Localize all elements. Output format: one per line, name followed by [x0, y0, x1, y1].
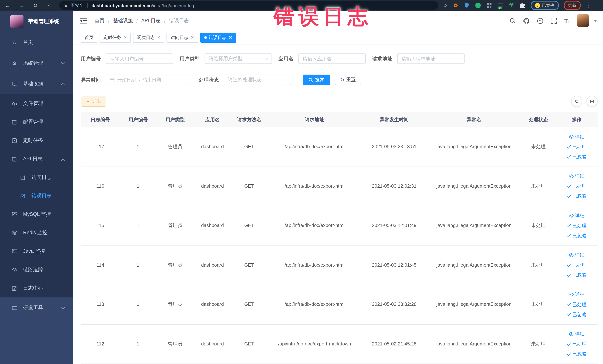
action-detail-link[interactable]: 详细: [569, 172, 584, 181]
check-icon: [567, 303, 571, 306]
browser-home-icon[interactable]: ⌂: [46, 2, 53, 8]
ext-sprout-icon[interactable]: [508, 2, 514, 8]
cell-id: 116: [81, 183, 120, 190]
breadcrumb-infra[interactable]: 基础设施: [113, 17, 133, 24]
browser-forward-icon[interactable]: →: [18, 2, 25, 8]
cell-status: 未处理: [521, 341, 556, 348]
action-detail-link[interactable]: 详细: [569, 211, 584, 220]
sidebar-item-trace[interactable]: 链路追踪: [0, 260, 73, 279]
browser-reload-icon[interactable]: ↻: [32, 2, 39, 8]
tab-dispatch-log[interactable]: 调度日志✕: [133, 33, 164, 42]
sidebar-item-config-manage[interactable]: 配置管理: [0, 113, 73, 131]
tab-error-log[interactable]: 错误日志✕: [200, 33, 236, 42]
bookmark-star-icon[interactable]: ☆: [443, 2, 447, 8]
sidebar-item-home[interactable]: ⌂ 首页: [0, 32, 73, 53]
close-icon[interactable]: ✕: [229, 35, 232, 40]
close-icon[interactable]: ✕: [191, 35, 194, 40]
action-processed-link[interactable]: 已处理: [567, 300, 587, 309]
extension-paused-badge[interactable]: 已暂停: [531, 1, 558, 10]
action-ignored-link[interactable]: 已忽略: [567, 270, 587, 280]
column-header-url: 请求地址: [268, 117, 361, 123]
sidebar-item-dev-tools[interactable]: 研发工具: [0, 297, 73, 318]
mysql-icon: [12, 211, 17, 217]
app-logo[interactable]: 芋道管理系统: [0, 11, 73, 32]
user-menu-caret-icon[interactable]: [594, 20, 597, 22]
ext-blue-shield-icon[interactable]: [464, 2, 470, 8]
sidebar-item-error-log[interactable]: 错误日志: [0, 187, 73, 205]
help-icon[interactable]: ?: [537, 17, 544, 24]
request-url-input[interactable]: [397, 53, 464, 64]
menu-label: 日志中心: [23, 285, 43, 292]
sidebar-collapse-icon[interactable]: [80, 18, 87, 23]
process-status-select[interactable]: 请选择处理状态: [224, 75, 291, 85]
tab-home[interactable]: 首页: [81, 33, 97, 42]
sidebar-item-system[interactable]: ⚙ 系统管理: [0, 53, 73, 73]
reset-button[interactable]: ↻ 重置: [335, 75, 361, 85]
close-icon[interactable]: ✕: [123, 35, 127, 40]
logo-image: [10, 15, 23, 28]
update-label: 更新: [568, 2, 577, 8]
refresh-table-button[interactable]: ↻: [571, 96, 582, 107]
sidebar-item-file-manage[interactable]: 文件管理: [0, 94, 73, 113]
github-icon[interactable]: [523, 17, 530, 24]
user-id-input[interactable]: [106, 53, 173, 64]
action-processed-link[interactable]: 已处理: [567, 221, 587, 230]
column-header-user_id: 用户编号: [120, 117, 156, 123]
action-detail-link[interactable]: 详细: [569, 329, 584, 339]
action-label: 已处理: [572, 182, 587, 191]
action-ignored-link[interactable]: 已忽略: [567, 192, 587, 201]
sidebar-item-redis-monitor[interactable]: Redis 监控: [0, 223, 73, 242]
sidebar-item-api-log[interactable]: API 日志: [0, 150, 73, 168]
action-detail-link[interactable]: 详细: [569, 290, 584, 299]
user-avatar[interactable]: [577, 14, 589, 27]
browser-update-button[interactable]: 更新: [564, 1, 580, 10]
app-name-input[interactable]: [299, 53, 366, 64]
sidebar-bottom-section: 研发工具: [0, 297, 73, 364]
action-label: 已处理: [572, 339, 587, 349]
action-ignored-link[interactable]: 已忽略: [567, 310, 587, 319]
browser-back-icon[interactable]: ←: [4, 2, 12, 8]
browser-menu-icon[interactable]: ⋮: [586, 2, 591, 8]
column-settings-button[interactable]: ⊞: [587, 96, 598, 107]
search-button[interactable]: 搜索: [303, 75, 330, 85]
action-ignored-link[interactable]: 已忽略: [567, 349, 587, 359]
ext-green-y-icon[interactable]: [475, 2, 481, 8]
sidebar-item-access-log[interactable]: 访问日志: [0, 168, 73, 187]
ext-orange-ring-icon[interactable]: [452, 2, 459, 8]
eye-icon: [569, 253, 574, 257]
action-processed-link[interactable]: 已处理: [567, 260, 587, 270]
search-icon[interactable]: [510, 18, 516, 24]
exception-time-range-picker[interactable]: 开始日期 - 结束日期: [106, 75, 192, 85]
sidebar-item-mysql-monitor[interactable]: MySQL 监控: [0, 205, 73, 224]
action-detail-link[interactable]: 详细: [569, 132, 584, 141]
sidebar-item-java-monitor[interactable]: Java 监控: [0, 242, 73, 260]
sidebar-item-scheduled-job[interactable]: 定时任务: [0, 131, 73, 150]
font-size-icon[interactable]: TT: [564, 18, 570, 23]
cell-url: /api/infra/db-doc/export-html: [268, 143, 361, 151]
export-button[interactable]: 导出: [81, 96, 106, 106]
ext-puzzle-icon[interactable]: [519, 2, 525, 8]
action-detail-link[interactable]: 详细: [569, 250, 584, 260]
action-ignored-link[interactable]: 已忽略: [567, 231, 587, 240]
ext-grid-icon[interactable]: [486, 2, 492, 8]
action-ignored-link[interactable]: 已忽略: [567, 152, 587, 162]
action-processed-link[interactable]: 已处理: [567, 142, 587, 152]
close-icon[interactable]: ✕: [157, 35, 161, 40]
breadcrumb-separator: /: [136, 18, 138, 23]
action-processed-link[interactable]: 已处理: [567, 182, 587, 191]
breadcrumb-api-log[interactable]: API 日志: [141, 17, 161, 24]
infra-submenu: 文件管理 配置管理 定时任务: [0, 94, 73, 297]
ext-switch-icon[interactable]: [497, 2, 503, 8]
edit-square-icon: [12, 119, 17, 125]
tab-access-log[interactable]: 访问日志✕: [167, 33, 198, 42]
sidebar-item-infra[interactable]: 基础设施: [0, 73, 73, 94]
sidebar-item-log-center[interactable]: 日志中心: [0, 279, 73, 297]
user-type-select[interactable]: 请选择用户类型: [205, 53, 272, 64]
tab-label: 调度日志: [137, 35, 155, 40]
action-processed-link[interactable]: 已处理: [567, 339, 587, 349]
breadcrumb-home[interactable]: 首页: [94, 17, 104, 24]
address-bar[interactable]: ▲ 不安全 | dashboard.yudao.iocoder.cn/infra…: [59, 1, 438, 10]
tab-scheduled-job[interactable]: 定时任务✕: [100, 33, 131, 42]
page-content: 用户编号 用户类型 请选择用户类型 应用名: [73, 44, 603, 364]
fullscreen-icon[interactable]: [551, 18, 557, 24]
